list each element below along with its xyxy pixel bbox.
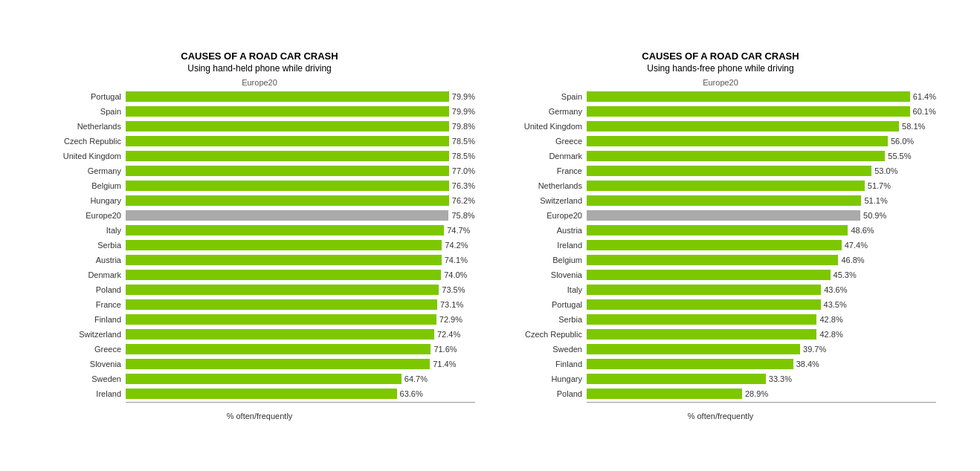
bar-value-label: 78.5% [452,137,475,146]
bar [587,314,816,325]
bar-value-label: 74.1% [445,256,468,264]
bar [126,374,402,384]
bar [587,181,865,191]
bar-container: 46.8% [587,255,936,265]
chart1-title: CAUSES OF A ROAD CAR CRASH [44,51,475,62]
bar-value-label: 73.5% [442,285,465,294]
bar-container: 74.1% [126,255,475,265]
bar-value-label: 48.6% [851,226,874,235]
table-row: Germany77.0% [44,164,475,178]
bar-value-label: 33.3% [769,374,792,383]
bar [587,91,910,102]
bar [126,225,444,236]
bar [126,299,437,310]
bar-value-label: 50.9% [863,211,886,220]
country-label: Italy [505,285,587,294]
bar [587,195,861,206]
bar-value-label: 60.1% [913,107,936,116]
bar-value-label: 42.8% [819,330,842,339]
bar [126,136,449,146]
table-row: Ireland63.6% [44,387,475,400]
country-label: Portugal [505,300,587,309]
bar [126,181,449,191]
bar-value-label: 63.6% [400,389,423,398]
table-row: France53.0% [505,164,936,178]
bar [587,374,766,384]
bar-value-label: 53.0% [874,166,897,175]
table-row: Ireland47.4% [505,238,936,252]
country-label: Austria [505,226,587,235]
bar-container: 39.7% [587,344,936,354]
bar-container: 63.6% [126,389,475,399]
country-label: United Kingdom [44,152,126,160]
bar [587,151,885,161]
chart1-subtitle: Using hand-held phone while driving [44,63,475,74]
bar-container: 71.4% [126,359,475,369]
table-row: Spain79.9% [44,105,475,118]
bar [126,344,431,354]
bar [587,285,821,295]
bar-container: 73.1% [126,299,475,310]
bar [587,344,800,354]
table-row: Italy43.6% [505,283,936,296]
bar-value-label: 64.7% [404,374,428,383]
bar-container: 72.4% [126,329,475,340]
bar-value-label: 56.0% [891,137,914,146]
country-label: Netherlands [505,181,587,190]
table-row: Slovenia71.4% [44,357,475,371]
bar-container: 43.6% [587,285,936,295]
bar [587,270,831,280]
bar-container: 71.6% [126,344,475,354]
bar [126,270,441,280]
table-row: Finland72.9% [44,313,475,326]
bar-value-label: 51.7% [868,181,891,190]
table-row: Finland38.4% [505,357,936,371]
bar [126,314,436,325]
chart2-subtitle: Using hands-free phone while driving [505,63,936,74]
country-label: Belgium [505,256,587,264]
table-row: Sweden39.7% [505,342,936,356]
country-label: Denmark [44,270,126,279]
country-label: Europe20 [505,211,587,220]
country-label: Hungary [44,196,126,205]
chart2-bars: Spain61.4%Germany60.1%United Kingdom58.1… [505,90,936,406]
bar [587,106,910,117]
bar-container: 33.3% [587,374,936,384]
bar-value-label: 79.8% [452,122,475,131]
country-label: Greece [505,137,587,146]
bar [587,121,899,131]
table-row: Hungary76.2% [44,194,475,207]
bar-container: 72.9% [126,314,475,325]
bar [587,240,842,250]
bar-container: 56.0% [587,136,936,146]
country-label: Hungary [505,374,587,383]
bar-container: 48.6% [587,225,936,236]
chart1-x-axis-label: % often/frequently [44,412,475,420]
bar-container: 43.5% [587,299,936,310]
bar [126,285,439,295]
bar [126,195,449,206]
bar-container: 45.3% [587,270,936,280]
table-row: Spain61.4% [505,90,936,103]
bar [126,359,430,369]
bar-value-label: 47.4% [845,241,868,250]
bar [587,210,860,221]
country-label: Switzerland [44,330,126,339]
table-row: Poland73.5% [44,283,475,296]
country-label: Europe20 [44,211,126,220]
country-label: Slovenia [505,270,587,279]
chart1-group-label: Europe20 [44,78,475,87]
country-label: Ireland [505,241,587,250]
bar [126,255,442,265]
charts-container: CAUSES OF A ROAD CAR CRASH Using hand-he… [15,51,965,420]
table-row: Sweden64.7% [44,372,475,386]
bar-container: 47.4% [587,240,936,250]
bar-container: 60.1% [587,106,936,117]
chart2-section: CAUSES OF A ROAD CAR CRASH Using hands-f… [505,51,936,420]
bar [587,329,816,340]
chart2-x-axis-label: % often/frequently [505,412,936,420]
table-row: Belgium76.3% [44,179,475,192]
table-row: Belgium46.8% [505,253,936,267]
country-label: Poland [505,389,587,398]
bar [587,389,742,399]
